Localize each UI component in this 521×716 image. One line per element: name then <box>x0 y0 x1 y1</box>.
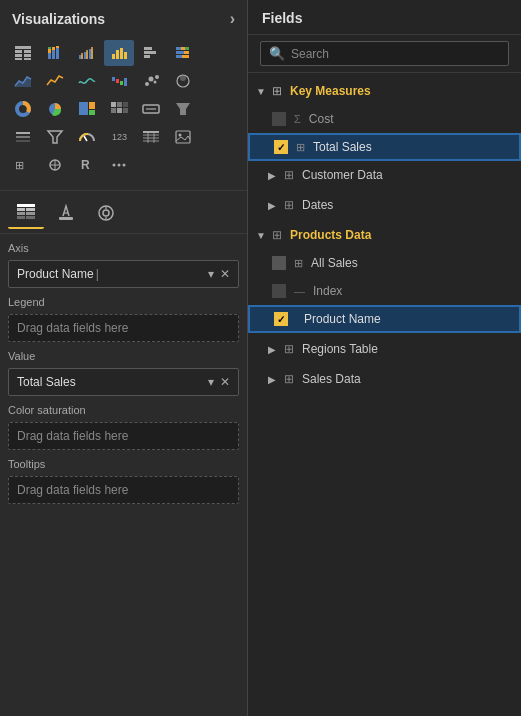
image-icon[interactable] <box>168 124 198 150</box>
legend-label: Legend <box>8 292 239 310</box>
customer-data-label: Customer Data <box>302 168 509 182</box>
treemap-icon[interactable] <box>72 96 102 122</box>
format-tab[interactable] <box>48 197 84 229</box>
svg-rect-83 <box>26 208 35 211</box>
svg-rect-22 <box>120 48 123 59</box>
cost-checkbox[interactable] <box>272 112 286 126</box>
r-visual-icon[interactable]: R <box>72 152 102 178</box>
svg-rect-3 <box>15 54 22 57</box>
key-measures-header[interactable]: ▼ ⊞ Key Measures <box>248 77 521 105</box>
svg-rect-12 <box>56 48 59 59</box>
all-sales-checkbox[interactable] <box>272 256 286 270</box>
search-input-wrapper[interactable]: 🔍 Search <box>260 41 509 66</box>
remove-icon[interactable]: ✕ <box>220 267 230 281</box>
horizontal-bar-icon[interactable] <box>136 40 166 66</box>
expand-chevron[interactable]: › <box>230 10 235 28</box>
svg-rect-85 <box>26 212 35 215</box>
visualizations-panel: Visualizations › <box>0 0 248 716</box>
custom1-icon[interactable]: ⊞ <box>8 152 38 178</box>
svg-rect-8 <box>48 49 51 53</box>
legend-field[interactable]: Drag data fields here <box>8 314 239 342</box>
dates-header[interactable]: ▶ ⊞ Dates <box>248 191 521 219</box>
sales-data-table-icon: ⊞ <box>284 372 294 386</box>
highlighted-bar-icon[interactable] <box>104 40 134 66</box>
pie-icon[interactable] <box>40 96 70 122</box>
fields-tab[interactable] <box>8 197 44 229</box>
svg-rect-19 <box>91 47 93 59</box>
index-checkbox[interactable] <box>272 284 286 298</box>
scatter-icon[interactable] <box>136 68 166 94</box>
all-sales-label: All Sales <box>311 256 509 270</box>
svg-point-78 <box>113 164 116 167</box>
cost-sigma-icon: Σ <box>294 113 301 125</box>
value-dropdown-icon[interactable]: ▾ <box>208 375 214 389</box>
table-icon[interactable] <box>8 40 38 66</box>
key-measures-label: Key Measures <box>290 84 509 98</box>
product-name-checkbox[interactable] <box>274 312 288 326</box>
index-item[interactable]: — Index <box>248 277 521 305</box>
donut-icon[interactable] <box>8 96 38 122</box>
area-chart-icon[interactable] <box>8 68 38 94</box>
more-visuals-icon[interactable] <box>104 152 134 178</box>
svg-rect-28 <box>181 47 185 50</box>
value-field[interactable]: Total Sales ▾ ✕ <box>8 368 239 396</box>
visualizations-header: Visualizations › <box>0 0 247 36</box>
svg-text:123: 123 <box>112 132 127 142</box>
svg-rect-13 <box>56 46 59 48</box>
svg-rect-38 <box>124 78 127 86</box>
regions-table-label: Regions Table <box>302 342 509 356</box>
total-sales-checkbox[interactable] <box>274 140 288 154</box>
svg-rect-57 <box>146 108 156 110</box>
stacked-bar-icon[interactable] <box>40 40 70 66</box>
slicer-icon[interactable] <box>8 124 38 150</box>
value-remove-icon[interactable]: ✕ <box>220 375 230 389</box>
legend-placeholder: Drag data fields here <box>17 321 128 335</box>
stacked-horizontal-icon[interactable] <box>168 40 198 66</box>
search-input[interactable]: Search <box>291 47 329 61</box>
product-name-item[interactable]: Product Name <box>248 305 521 333</box>
funnel-icon[interactable] <box>168 96 198 122</box>
kpi-icon[interactable]: 123 <box>104 124 134 150</box>
total-sales-label: Total Sales <box>313 140 507 154</box>
product-name-label: Product Name <box>304 312 507 326</box>
table2-icon[interactable] <box>136 124 166 150</box>
dates-table-icon: ⊞ <box>284 198 294 212</box>
tooltips-field[interactable]: Drag data fields here <box>8 476 239 504</box>
svg-rect-82 <box>17 208 25 211</box>
map-icon[interactable] <box>168 68 198 94</box>
matrix-icon[interactable] <box>104 96 134 122</box>
all-sales-item[interactable]: ⊞ All Sales <box>248 249 521 277</box>
svg-rect-7 <box>48 53 51 59</box>
svg-rect-86 <box>17 216 25 219</box>
total-sales-item[interactable]: ⊞ Total Sales <box>248 133 521 161</box>
svg-rect-21 <box>116 50 119 59</box>
svg-point-80 <box>123 164 126 167</box>
analytics-tab[interactable] <box>88 197 124 229</box>
gauge-icon[interactable] <box>72 124 102 150</box>
cost-item[interactable]: Σ Cost <box>248 105 521 133</box>
svg-rect-51 <box>117 102 122 107</box>
customer-data-item[interactable]: ▶ ⊞ Customer Data <box>248 161 521 189</box>
svg-rect-17 <box>81 53 83 59</box>
customer-data-table-icon: ⊞ <box>284 168 294 182</box>
dropdown-icon[interactable]: ▾ <box>208 267 214 281</box>
filter-icon[interactable] <box>40 124 70 150</box>
regions-table-section: ▶ ⊞ Regions Table <box>248 335 521 363</box>
line-area-icon[interactable] <box>40 68 70 94</box>
svg-rect-18 <box>86 50 88 59</box>
card-icon[interactable] <box>136 96 166 122</box>
regions-table-header[interactable]: ▶ ⊞ Regions Table <box>248 335 521 363</box>
clustered-bar-icon[interactable] <box>72 40 102 66</box>
vis-icon-grid: 123 ⊞ R <box>0 36 247 186</box>
wave-chart-icon[interactable] <box>72 68 102 94</box>
regions-table-chevron: ▶ <box>268 344 280 355</box>
waterfall-icon[interactable] <box>104 68 134 94</box>
color-saturation-field[interactable]: Drag data fields here <box>8 422 239 450</box>
search-icon: 🔍 <box>269 46 285 61</box>
sales-data-chevron: ▶ <box>268 374 280 385</box>
svg-rect-5 <box>15 58 22 60</box>
products-data-header[interactable]: ▼ ⊞ Products Data <box>248 221 521 249</box>
axis-field[interactable]: Product Name| ▾ ✕ <box>8 260 239 288</box>
sales-data-header[interactable]: ▶ ⊞ Sales Data <box>248 365 521 393</box>
custom2-icon[interactable] <box>40 152 70 178</box>
